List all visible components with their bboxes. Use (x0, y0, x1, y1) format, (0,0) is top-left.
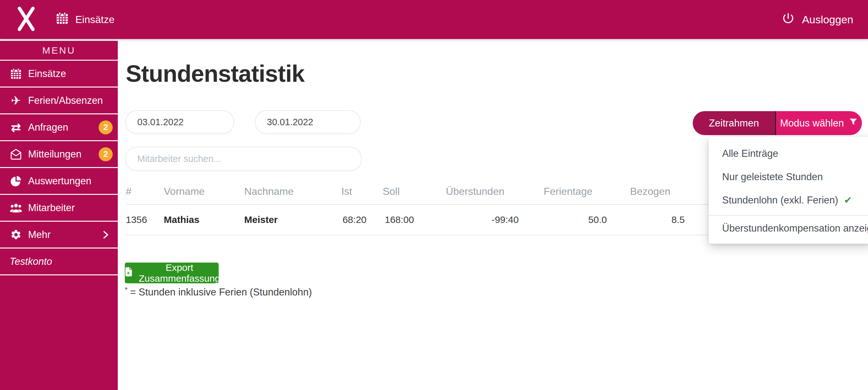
sidebar-item-label: Mehr (28, 229, 51, 241)
zeitrahmen-label: Zeitrahmen (709, 118, 759, 129)
sidebar-item-einsaetze[interactable]: Einsätze (0, 61, 118, 88)
dropdown-item-nur-geleistete-stunden[interactable]: Nur geleistete Stunden (709, 165, 868, 188)
date-to-input[interactable] (255, 110, 361, 134)
mitteilungen-count-badge: 2 (99, 147, 113, 161)
x-logo-icon (17, 5, 36, 34)
column-header-bezogen: Bezogen (607, 179, 685, 204)
calendar-icon (9, 68, 23, 80)
modus-dropdown: Alle Einträge Nur geleistete Stunden Stu… (709, 137, 868, 244)
modus-waehlen-label: Modus wählen (780, 118, 844, 129)
power-icon (781, 11, 795, 27)
dropdown-item-alle-eintraege[interactable]: Alle Einträge (709, 142, 868, 165)
sidebar-item-auswertungen[interactable]: Auswertungen (0, 168, 118, 195)
cell-ferientage: 50.0 (519, 204, 607, 235)
column-header-soll: Soll (367, 179, 414, 204)
logout-label: Ausloggen (802, 13, 853, 26)
sidebar: MENU Einsätze ✈ Ferien/Absenze (0, 39, 118, 390)
footnote-text: = Stunden inklusive Ferien (Stundenlohn) (130, 287, 312, 298)
sidebar-item-anfragen[interactable]: ⇄ Anfragen 2 (0, 114, 118, 141)
topnav-einsaetze-label: Einsätze (75, 14, 115, 26)
filter-funnel-icon (849, 118, 858, 129)
dropdown-item-stundenlohn-exkl-ferien[interactable]: Stundenlohn (exkl. Ferien) ✔ (709, 188, 868, 212)
dropdown-item-label: Alle Einträge (722, 148, 778, 159)
column-header-ferientage: Ferientage (519, 179, 607, 204)
export-summary-label: Export Zusammenfassung (138, 262, 220, 284)
calendar-icon (56, 11, 69, 27)
dropdown-item-label: Überstundenkompensation anzeigen (722, 222, 868, 234)
sidebar-item-label: Mitarbeiter (28, 202, 75, 214)
cell-employee-number: 1356 (126, 204, 164, 235)
date-from-input[interactable] (125, 110, 234, 134)
excel-file-icon: x (123, 266, 134, 279)
cell-ueberstunden: -99:40 (414, 204, 519, 235)
check-icon: ✔ (844, 194, 852, 206)
sidebar-item-label: Ferien/Absenzen (28, 95, 103, 107)
column-header-vorname: Vorname (164, 179, 244, 204)
dropdown-item-label: Nur geleistete Stunden (722, 171, 823, 183)
sidebar-item-mehr[interactable]: Mehr (0, 222, 118, 248)
logout-button[interactable]: Ausloggen (781, 11, 853, 27)
sidebar-item-mitteilungen[interactable]: Mitteilungen 2 (0, 141, 118, 168)
dropdown-item-label: Stundenlohn (exkl. Ferien) (722, 194, 838, 206)
users-icon (9, 202, 23, 214)
sidebar-item-ferien-absenzen[interactable]: ✈ Ferien/Absenzen (0, 88, 118, 114)
cell-nachname: Meister (244, 204, 332, 235)
svg-text:x: x (127, 270, 130, 275)
gear-icon (9, 229, 23, 241)
sidebar-item-label: Anfragen (28, 122, 68, 133)
column-header-ueberstunden: Überstunden (414, 179, 519, 204)
dropdown-item-ueberstundenkompensation[interactable]: Überstundenkompensation anzeigen (709, 216, 868, 241)
brand-x-logo[interactable] (17, 5, 36, 34)
sidebar-item-label: Auswertungen (28, 175, 91, 187)
zeitrahmen-button[interactable]: Zeitrahmen (693, 111, 775, 135)
hours-statistics-table: # Vorname Nachname Ist Soll Überstunden … (126, 179, 785, 235)
transfer-arrows-icon: ⇄ (9, 121, 23, 133)
sidebar-item-label: Einsätze (28, 68, 66, 80)
sidebar-item-testkonto[interactable]: Testkonto (0, 248, 118, 275)
pie-chart-icon (9, 175, 23, 187)
modus-waehlen-button[interactable]: Modus wählen (775, 111, 862, 135)
export-summary-button[interactable]: x Export Zusammenfassung (125, 263, 219, 283)
chevron-right-icon (100, 229, 111, 240)
cell-bezogen: 8.5 (607, 204, 685, 235)
topbar: Einsätze Ausloggen (0, 0, 868, 39)
page-title: Stundenstatistik (126, 60, 305, 87)
column-header-ist: Ist (332, 179, 367, 204)
sidebar-menu-header: MENU (0, 41, 118, 61)
cell-vorname: Mathias (164, 204, 244, 235)
sidebar-item-label: Testkonto (9, 256, 52, 267)
anfragen-count-badge: 2 (99, 120, 113, 134)
cell-soll: 168:00 (367, 204, 414, 235)
column-header-number: # (126, 179, 164, 204)
column-header-nachname: Nachname (244, 179, 332, 204)
envelope-icon (9, 148, 23, 160)
employee-search-input[interactable] (125, 147, 362, 171)
topnav-einsaetze[interactable]: Einsätze (56, 11, 115, 27)
cell-ist: 68:20 (332, 204, 367, 235)
sidebar-item-label: Mitteilungen (28, 149, 82, 160)
footnote: *= Stunden inklusive Ferien (Stundenlohn… (125, 286, 312, 298)
sidebar-item-mitarbeiter[interactable]: Mitarbeiter (0, 195, 118, 222)
table-header-row: # Vorname Nachname Ist Soll Überstunden … (126, 179, 785, 204)
footnote-asterisk: * (125, 286, 128, 294)
plane-icon: ✈ (9, 94, 23, 107)
table-row: 1356 Mathias Meister 68:20 168:00 -99:40… (126, 204, 785, 235)
mode-button-group: Zeitrahmen Modus wählen (693, 111, 862, 135)
